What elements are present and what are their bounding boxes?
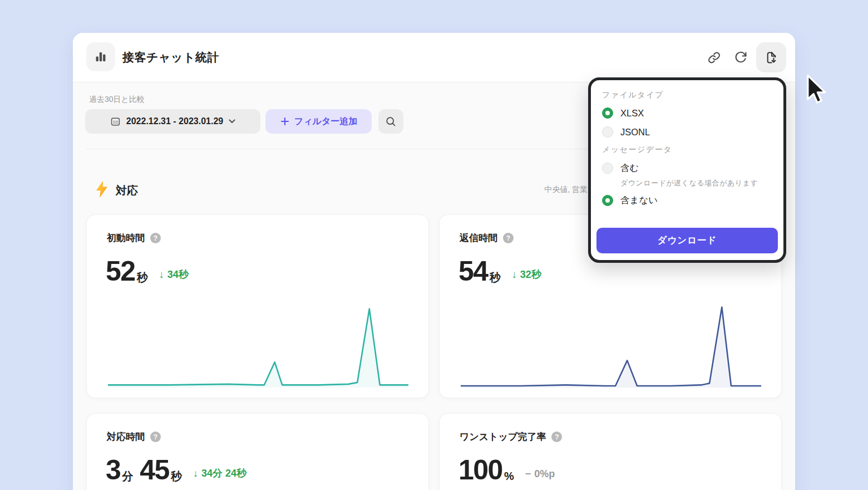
- sparkline-chart: [461, 303, 761, 388]
- sparkline-chart: [108, 303, 408, 388]
- card-title: 初動時間: [107, 232, 145, 244]
- radio-icon[interactable]: [602, 126, 613, 138]
- message-data-label: メッセージデータ: [602, 145, 772, 155]
- screen: 接客チャット統計: [0, 0, 868, 490]
- metric-number: 52: [106, 257, 135, 285]
- card-head: 対応時間 ?: [107, 430, 161, 443]
- delta-text: 32秒: [520, 268, 541, 281]
- search-icon: [385, 116, 397, 128]
- calendar-icon: [110, 116, 121, 127]
- radio-option-include[interactable]: 含む: [602, 158, 772, 178]
- share-link-button[interactable]: [703, 46, 725, 68]
- card-title: 対応時間: [107, 430, 145, 443]
- search-button[interactable]: [378, 109, 403, 134]
- card-head: 返信時間 ?: [460, 232, 514, 244]
- compare-period-label: 過去30日と比較: [89, 95, 145, 105]
- file-type-label: ファイルタイプ: [602, 90, 772, 100]
- down-arrow-icon: ↓: [193, 468, 198, 479]
- radio-label: XLSX: [620, 108, 644, 119]
- radio-icon[interactable]: [602, 195, 613, 206]
- date-range-value: 2022.12.31 - 2023.01.29: [126, 116, 223, 126]
- plus-icon: [280, 116, 290, 126]
- metric-delta: ↓ 32秒: [512, 268, 541, 285]
- metric-number: 3: [106, 456, 120, 484]
- metric-value-row: 52 秒 ↓ 34秒: [106, 257, 189, 285]
- metric-value-row: 54 秒 ↓ 32秒: [458, 257, 541, 285]
- card-initial-response-time: 初動時間 ? 52 秒 ↓ 34秒: [86, 214, 429, 398]
- panel-header: 接客チャット統計: [73, 33, 795, 82]
- section-right-note: 中央値, 営業: [544, 185, 588, 195]
- refresh-icon: [734, 51, 747, 64]
- metric-number: 54: [458, 257, 488, 285]
- metric-unit: 分: [122, 471, 133, 484]
- metric-number: 100: [458, 456, 502, 484]
- down-arrow-icon: ↓: [159, 269, 164, 281]
- add-filter-label: フィルター追加: [294, 116, 358, 128]
- card-title: 返信時間: [460, 232, 497, 244]
- metric-delta: ↓ 34分 24秒: [193, 467, 246, 484]
- download-submit-button[interactable]: ダウンロード: [596, 228, 778, 253]
- download-popup: ファイルタイプ XLSX JSONL メッセージデータ 含む ダウンロードが遅く…: [588, 77, 786, 263]
- radio-option-xlsx[interactable]: XLSX: [602, 104, 772, 122]
- metric-value-row: 100 % − 0%p: [458, 456, 555, 484]
- refresh-button[interactable]: [729, 46, 752, 68]
- minus-icon: −: [525, 468, 531, 480]
- radio-label: 含まない: [620, 194, 658, 207]
- metric-value-row: 3 分 45 秒 ↓ 34分 24秒: [106, 456, 246, 484]
- card-head: ワンストップ完了率 ?: [460, 430, 562, 443]
- download-button[interactable]: [756, 42, 786, 72]
- radio-label: JSONL: [620, 127, 650, 138]
- radio-icon[interactable]: [602, 163, 613, 174]
- card-head: 初動時間 ?: [107, 232, 161, 244]
- link-icon: [707, 51, 721, 65]
- radio-label: 含む: [620, 162, 639, 174]
- delta-text: 0%p: [534, 468, 555, 480]
- delta-text: 34秒: [167, 268, 189, 281]
- help-icon[interactable]: ?: [503, 233, 514, 243]
- metric-delta: − 0%p: [525, 468, 555, 484]
- help-icon[interactable]: ?: [150, 233, 161, 243]
- bar-chart-icon: [86, 42, 115, 71]
- radio-option-exclude[interactable]: 含まない: [602, 190, 772, 210]
- metric-delta: ↓ 34秒: [159, 268, 189, 285]
- card-one-stop-rate: ワンストップ完了率 ? 100 % − 0%p: [439, 413, 782, 490]
- radio-option-jsonl[interactable]: JSONL: [602, 122, 772, 141]
- stats-panel: 接客チャット統計: [73, 33, 795, 490]
- metric-unit: %: [504, 471, 514, 484]
- help-icon[interactable]: ?: [551, 432, 562, 442]
- file-download-icon: [764, 50, 779, 65]
- radio-icon[interactable]: [602, 107, 613, 119]
- lightning-icon: [95, 181, 109, 198]
- date-range-picker[interactable]: 2022.12.31 - 2023.01.29: [85, 109, 260, 134]
- header-actions: [703, 42, 786, 72]
- slow-download-note: ダウンロードが遅くなる場合があります: [620, 178, 772, 188]
- delta-text: 34分 24秒: [201, 467, 246, 480]
- chevron-down-icon: [229, 119, 235, 124]
- card-title: ワンストップ完了率: [460, 430, 546, 443]
- page-title: 接客チャット統計: [122, 33, 219, 82]
- metric-unit: 秒: [137, 272, 148, 285]
- metric-unit: 秒: [490, 272, 501, 285]
- card-handling-time: 対応時間 ? 3 分 45 秒 ↓ 34分 24秒: [86, 413, 429, 490]
- metric-unit: 秒: [171, 471, 182, 484]
- section-title: 対応: [116, 182, 138, 199]
- down-arrow-icon: ↓: [512, 269, 517, 281]
- add-filter-button[interactable]: フィルター追加: [265, 109, 372, 134]
- mouse-cursor: [805, 74, 827, 105]
- help-icon[interactable]: ?: [150, 432, 161, 442]
- metric-number: 45: [140, 456, 169, 484]
